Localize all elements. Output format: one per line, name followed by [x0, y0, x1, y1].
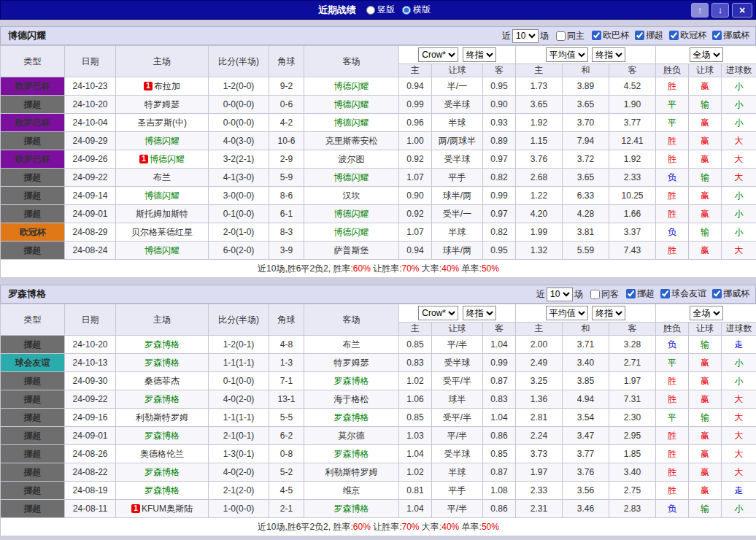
recent-count-select[interactable]: 10: [512, 29, 539, 43]
odds-time-select[interactable]: 终指: [463, 47, 496, 62]
team-name-text: 罗森博格: [144, 431, 180, 441]
away-team-cell: 罗森博格: [304, 372, 399, 390]
spacer: [0, 20, 756, 26]
layout-radio-vertical[interactable]: 竖版: [366, 4, 395, 16]
league-filter-checkbox[interactable]: 欧巴杯: [589, 29, 629, 42]
odds-away-cell: 0.95: [483, 77, 516, 96]
avg-away-cell: 2.83: [609, 500, 656, 518]
league-filter-checkbox[interactable]: 挪威杯: [709, 29, 749, 42]
same-venue-checkbox[interactable]: 同主: [553, 30, 585, 42]
matches-table: 类型 日期 主场 比分(半场) 角球 客场 Crow* 终指 平均值 终指: [0, 45, 756, 278]
league-checkbox-input[interactable]: [626, 289, 636, 298]
avg-time-select[interactable]: 终指: [592, 47, 625, 62]
odds-away-cell: 0.82: [483, 223, 516, 242]
goals-result-cell: 大: [722, 445, 756, 463]
layout-radio-horizontal[interactable]: 横版: [402, 4, 431, 16]
odds-home-cell: 0.94: [399, 77, 432, 96]
score-cell: 1-2(0-0): [209, 77, 269, 96]
section-summary: 近10场,胜6平2负2, 胜率:60% 让胜率:70% 大率:40% 单率:50…: [1, 260, 756, 278]
odds-company-select[interactable]: Crow*: [418, 306, 458, 320]
odds-away-cell: 0.97: [483, 150, 516, 169]
away-team-cell: 莫尔德: [304, 427, 399, 445]
fulltime-select[interactable]: 全场: [690, 306, 723, 320]
corners-cell: 2-1: [269, 500, 304, 518]
avg-home-cell: 2.31: [516, 500, 563, 518]
col-header-home: 主场: [116, 304, 209, 336]
red-card-badge: 1: [139, 155, 148, 163]
league-filter-checkbox[interactable]: 球会友谊: [657, 288, 706, 300]
league-filter-checkbox[interactable]: 挪威杯: [709, 288, 749, 300]
goals-result-cell: 大: [722, 132, 756, 150]
result-cell: 胜: [656, 205, 689, 223]
handicap-cell: 球半/两: [432, 242, 483, 260]
league-type-cell: 挪超: [1, 409, 65, 427]
same-venue-checkbox[interactable]: 同客: [587, 288, 619, 301]
league-checkbox-input[interactable]: [712, 31, 722, 40]
away-team-cell: 罗森博格: [304, 409, 399, 427]
league-filter-checkbox[interactable]: 挪超: [623, 288, 655, 300]
odds-time-select[interactable]: 终指: [463, 306, 496, 320]
date-cell: 24-08-22: [65, 463, 116, 482]
team-name-text: 克里斯蒂安松: [325, 136, 378, 146]
home-team-cell: 博德闪耀: [116, 187, 209, 205]
team-name-text: 特罗姆瑟: [144, 99, 180, 109]
away-team-cell: 博德闪耀: [304, 169, 399, 187]
league-checkbox-input[interactable]: [669, 31, 679, 40]
avg-odds-select[interactable]: 平均值: [546, 47, 588, 62]
avg-time-select[interactable]: 终指: [592, 306, 625, 320]
corners-cell: 6-2: [269, 427, 304, 445]
result-cell: 胜: [656, 463, 689, 482]
handicap-cell: 球半: [432, 390, 483, 409]
date-cell: 24-09-26: [65, 150, 116, 169]
league-filter-checkbox[interactable]: 挪超: [632, 29, 663, 42]
team-name-text: 博德闪耀: [144, 190, 180, 201]
same-venue-input[interactable]: [556, 31, 566, 41]
handicap-result-cell: 赢: [689, 354, 722, 372]
team-name-text: 博德闪耀: [150, 154, 185, 164]
corners-cell: 9-2: [269, 77, 304, 96]
home-team-cell: 斯托姆加斯特: [116, 205, 209, 223]
fulltime-select[interactable]: 全场: [690, 47, 723, 62]
avg-group-header: 平均值 终指: [516, 46, 656, 64]
league-checkbox-input[interactable]: [635, 31, 644, 40]
scroll-down-button[interactable]: ↓: [711, 3, 729, 18]
match-row: 欧罗巴杯24-10-231布拉加1-2(0-0)9-2博德闪耀0.94半/一0.…: [1, 77, 756, 96]
corners-cell: 5-5: [269, 409, 304, 427]
odds-home-cell: 0.92: [399, 150, 432, 169]
scroll-up-button[interactable]: ↑: [691, 3, 709, 18]
home-team-cell: 1KFUM奥斯陆: [116, 500, 209, 518]
league-checkbox-input[interactable]: [592, 31, 601, 40]
league-checkbox-input[interactable]: [660, 289, 670, 298]
home-team-cell: 布兰: [116, 169, 209, 187]
team-name-text: 罗森博格: [144, 394, 180, 404]
corners-cell: 5-2: [269, 463, 304, 482]
avg-away-cell: 3.40: [609, 463, 656, 482]
score-cell: 0-1(0-0): [209, 205, 269, 223]
close-button[interactable]: ×: [732, 3, 752, 18]
corners-cell: 7-1: [269, 372, 304, 390]
close-icon: ×: [739, 4, 745, 16]
col-header-type: 类型: [1, 304, 65, 336]
odds-company-select[interactable]: Crow*: [418, 47, 458, 62]
score-cell: 1-1(1-1): [209, 409, 269, 427]
avg-home-cell: 4.20: [516, 205, 563, 223]
league-filter-checkbox[interactable]: 欧冠杯: [666, 29, 706, 42]
same-venue-input[interactable]: [590, 290, 600, 299]
same-venue-label: 同客: [601, 288, 619, 301]
avg-away-cell: 3.77: [609, 114, 656, 132]
score-cell: 3-2(2-1): [209, 150, 269, 169]
team-name-text: 桑德菲杰: [144, 376, 180, 386]
league-type-cell: 挪超: [1, 187, 65, 205]
odds-away-cell: 0.86: [483, 427, 516, 445]
score-cell: 3-0(0-0): [209, 187, 269, 205]
avg-odds-select[interactable]: 平均值: [546, 306, 588, 320]
avg-away-cell: 2.75: [609, 482, 656, 500]
league-checkbox-input[interactable]: [712, 289, 722, 298]
corners-cell: 13-1: [269, 390, 304, 409]
away-team-cell: 海于格松: [304, 390, 399, 409]
team-name-text: 布兰: [343, 339, 360, 350]
recent-count-select[interactable]: 10: [547, 288, 573, 301]
radio-vertical-input[interactable]: [366, 6, 375, 15]
radio-horizontal-input[interactable]: [402, 6, 411, 15]
match-row: 挪超24-09-16利勒斯特罗姆1-1(1-1)5-5罗森博格0.85受平/半1…: [1, 409, 756, 427]
